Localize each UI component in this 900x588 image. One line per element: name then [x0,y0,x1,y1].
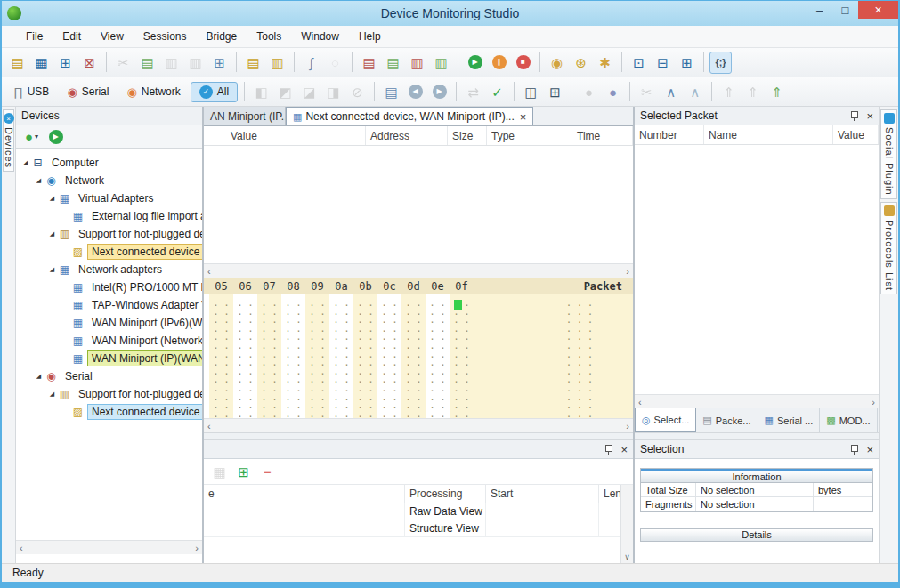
pin-icon[interactable] [604,445,612,455]
hex-column-07[interactable]: . . . . . . . . . . . . . . . . . . . . … [257,294,281,418]
tree-item[interactable]: ◢◉Serial [16,367,202,385]
hex-scrollbar[interactable]: ‹ › [204,418,633,432]
tree-item[interactable]: ▨Next connected device [16,403,202,421]
views-vertical-scrollbar[interactable]: ∨ [620,485,633,563]
document-tab-inactive[interactable]: AN Miniport (IP... [204,107,286,125]
add-view-icon[interactable]: ⊞ [232,461,255,483]
hex-column-08[interactable]: . . . . . . . . . . . . . . . . . . . . … [281,294,305,418]
computer-list-icon[interactable]: ⊟ [652,52,674,74]
column-header[interactable]: Name [704,125,833,144]
paste-special-icon[interactable]: ▥ [184,52,207,74]
tab-modbus[interactable]: ▩MOD... [820,408,877,432]
menu-tools[interactable]: Tools [247,28,291,45]
table-row[interactable]: Raw Data View [204,503,620,520]
export-text-icon[interactable]: ⇑ [742,81,764,103]
table-row[interactable]: Structure View [204,520,620,537]
options-icon[interactable]: ✱ [594,52,616,74]
tree-item[interactable]: ▦TAP-Windows Adapter V9... [16,296,202,314]
tab-selection[interactable]: ◎Select... [635,408,696,432]
import-session-icon[interactable]: ▥ [406,52,428,74]
table-row[interactable]: Total SizeNo selectionbytes [641,483,872,497]
column-header[interactable]: Processing [405,485,486,503]
hex-column-0b[interactable]: . . . . . . . . . . . . . . . . . . . . … [353,294,377,418]
menu-help[interactable]: Help [349,28,391,45]
tab-serial[interactable]: ▦Serial ... [758,408,821,432]
scroll-right-icon[interactable]: › [195,543,199,553]
usb-button[interactable]: ∏USB [5,83,57,101]
column-header[interactable]: Number [635,125,704,144]
scroll-right-icon[interactable]: › [626,421,629,431]
details-group-header[interactable]: Details [640,528,873,542]
data-table-scrollbar[interactable]: ‹ › [204,263,633,278]
side-tab-social-plugin[interactable]: Social Plugin [880,109,897,199]
filter-first-icon[interactable]: ◧ [250,81,272,103]
paste-icon[interactable]: ▥ [160,52,182,74]
network-button[interactable]: ◉Network [118,83,188,101]
tree-item[interactable]: ▦WAN Miniport (IPv6)(WAN... [16,314,202,332]
menu-file[interactable]: File [16,28,53,45]
document-tab-active[interactable]: ▦ Next connected device, WAN Miniport (I… [286,107,533,125]
line-chart-icon[interactable]: ∧ [660,81,682,103]
tree-item[interactable]: ◢▦Virtual Adapters [16,189,202,207]
remove-view-icon[interactable]: − [256,461,279,483]
close-panel-icon[interactable]: × [866,444,873,455]
export-packets-icon[interactable]: ⇑ [766,81,788,103]
scroll-left-icon[interactable]: ‹ [207,421,211,431]
find-data-icon[interactable]: ▤ [380,81,402,103]
save-icon[interactable]: ▦ [30,52,53,74]
selected-packet-body[interactable] [635,145,879,394]
column-header[interactable]: Value [833,125,879,144]
new-file-icon[interactable]: ▤ [6,52,28,74]
all-button[interactable]: ✓All [191,82,238,102]
minimize-button[interactable]: – [807,1,832,19]
area-chart-icon[interactable]: ∧ [684,81,706,103]
attach-session-icon[interactable]: ▤ [382,52,404,74]
filter-last-icon[interactable]: ◨ [322,81,345,103]
expand-arrow-icon[interactable]: ◢ [20,159,31,166]
views-icon[interactable]: ▦ [208,461,231,483]
start-monitoring-button[interactable]: ▶ [45,125,67,148]
device-filter-button[interactable]: ● ▾ [20,125,43,148]
filter-next-icon[interactable]: ◪ [298,81,320,103]
hex-column-0d[interactable]: . . . . . . . . . . . . . . . . . . . . … [401,294,426,418]
tree-item[interactable]: ◢▥Support for hot-plugged dev... [16,225,202,243]
data-table-body[interactable] [204,146,633,263]
scroll-right-icon[interactable]: › [872,397,875,407]
side-tab-devices[interactable]: × Devices [3,109,14,172]
node-group-icon[interactable]: ● [602,81,624,103]
copy-icon[interactable]: ▤ [136,52,158,74]
pin-icon[interactable] [850,111,858,121]
goto-pair-icon[interactable]: ⇄ [462,81,484,103]
forward-icon[interactable]: ▶ [428,81,450,103]
expand-arrow-icon[interactable]: ◢ [46,230,58,238]
hex-view[interactable]: . . . . . . . . . . . . . . . . . . . . … [204,294,633,418]
hex-column-0a[interactable]: . . . . . . . . . . . . . . . . . . . . … [329,294,353,418]
close-file-icon[interactable]: ⊠ [78,52,101,74]
stop-icon[interactable]: ■ [512,52,534,74]
export-grid-icon[interactable]: ⊞ [208,52,231,74]
scroll-down-icon[interactable]: ∨ [624,552,630,561]
cut-icon[interactable]: ✂ [112,52,134,74]
tree-item[interactable]: ▦External log file import ad... [16,207,202,225]
column-header[interactable]: Start [486,485,599,503]
column-header[interactable]: Size [448,126,487,145]
security-icon[interactable]: ⊛ [570,52,592,74]
append-log-icon[interactable]: ▥ [266,52,288,74]
table-row[interactable]: FragmentsNo selection [641,497,872,511]
close-button[interactable]: × [858,1,898,19]
node-icon[interactable]: ● [578,81,600,103]
data-pipe-icon[interactable]: ∫ [300,52,322,74]
start-icon[interactable]: ▶ [464,52,486,74]
hex-column-0c[interactable]: . . . . . . . . . . . . . . . . . . . . … [377,294,401,418]
menu-bridge[interactable]: Bridge [197,28,247,45]
split-capture-icon[interactable]: ✂ [636,81,658,103]
computers-settings-icon[interactable]: ⊞ [676,52,698,74]
side-tab-protocols-list[interactable]: Protocols List [880,202,897,294]
hex-column-0f[interactable]: . . . . . . . . . . . . . . . . . . . . … [450,294,474,418]
split-view-icon[interactable]: ◫ [520,81,542,103]
serial-button[interactable]: ◉Serial [59,83,117,101]
hex-column-05[interactable]: . . . . . . . . . . . . . . . . . . . . … [209,294,233,418]
scroll-right-icon[interactable]: › [626,266,629,277]
tree-item[interactable]: ◢⊟Computer [16,154,202,172]
close-panel-icon[interactable]: × [620,444,628,455]
